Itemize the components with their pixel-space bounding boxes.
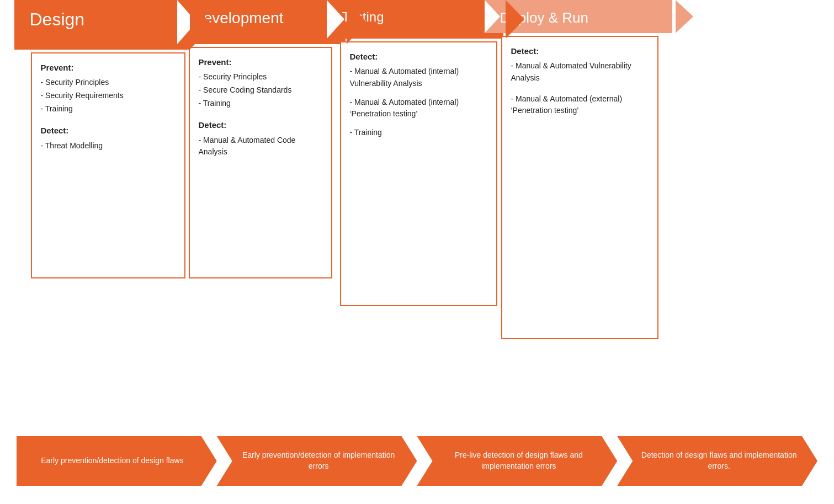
- design-content-box: Prevent: - Security Principles - Securit…: [31, 52, 185, 278]
- deploy-detect-label: Detect:: [511, 45, 649, 57]
- page-wrapper: Design Development Testing Deploy & Run …: [0, 0, 834, 504]
- development-content-box: Prevent: - Security Principles - Secure …: [189, 47, 332, 278]
- list-item: - Manual & Automated (external) ‘Penetra…: [511, 93, 649, 117]
- deploy-content-box: Detect: - Manual & Automated Vulnerabili…: [501, 36, 658, 339]
- design-prevent-list: - Security Principles - Security Require…: [41, 76, 176, 115]
- bottom-arrow-2: Early prevention/detection of implementa…: [217, 436, 417, 486]
- list-item: - Manual & Automated (internal) Vulnerab…: [350, 65, 487, 90]
- bottom-arrow-4: Detection of design flaws and implementa…: [617, 436, 817, 486]
- bottom-arrow-4-label: Detection of design flaws and implementa…: [640, 450, 798, 471]
- list-item: - Security Requirements: [41, 89, 176, 103]
- development-detect-label: Detect:: [199, 119, 322, 131]
- bottom-arrow-1: Early prevention/detection of design fla…: [17, 436, 217, 486]
- list-item: - Manual & Automated Code Analysis: [199, 134, 322, 159]
- list-item: - Manual & Automated (internal) ‘Penetra…: [350, 96, 487, 121]
- list-item: - Secure Coding Standards: [199, 84, 322, 97]
- list-item: - Training: [199, 97, 322, 110]
- development-prevent-label: Prevent:: [199, 56, 322, 68]
- bottom-arrow-4-wrap: Detection of design flaws and implementa…: [617, 428, 817, 494]
- bottom-arrow-1-wrap: Early prevention/detection of design fla…: [17, 428, 217, 494]
- design-prevent-label: Prevent:: [41, 61, 176, 74]
- top-section: Design Development Testing Deploy & Run …: [14, 0, 820, 358]
- testing-detect-label: Detect:: [350, 50, 487, 63]
- testing-detect-list: - Manual & Automated (internal) Vulnerab…: [350, 65, 487, 139]
- list-item: - Security Principles: [199, 71, 322, 84]
- list-item: - Manual & Automated Vulnerability Analy…: [511, 60, 649, 84]
- bottom-arrow-2-label: Early prevention/detection of implementa…: [240, 450, 397, 471]
- bottom-arrow-3-label: Pre-live detection of design flaws and i…: [440, 450, 598, 471]
- list-item: - Training: [41, 103, 176, 116]
- bottom-arrow-1-label: Early prevention/detection of design fla…: [41, 455, 183, 467]
- deploy-detect-list: - Manual & Automated Vulnerability Analy…: [511, 60, 649, 117]
- development-prevent-list: - Security Principles - Secure Coding St…: [199, 71, 322, 110]
- list-item: - Training: [350, 126, 487, 140]
- bottom-arrow-2-wrap: Early prevention/detection of implementa…: [217, 428, 417, 494]
- bottom-arrows-section: Early prevention/detection of design fla…: [17, 428, 817, 494]
- design-arrow-banner: Design: [14, 0, 191, 50]
- list-item: - Security Principles: [41, 76, 176, 89]
- testing-content-box: Detect: - Manual & Automated (internal) …: [340, 41, 497, 306]
- design-arrow-title: Design: [30, 10, 85, 29]
- design-detect-list: - Threat Modelling: [41, 140, 176, 153]
- development-detect-list: - Manual & Automated Code Analysis: [199, 134, 322, 159]
- bottom-arrow-3: Pre-live detection of design flaws and i…: [417, 436, 618, 486]
- bottom-arrow-3-wrap: Pre-live detection of design flaws and i…: [417, 428, 618, 494]
- design-detect-label: Detect:: [41, 124, 176, 137]
- list-item: - Threat Modelling: [41, 140, 176, 153]
